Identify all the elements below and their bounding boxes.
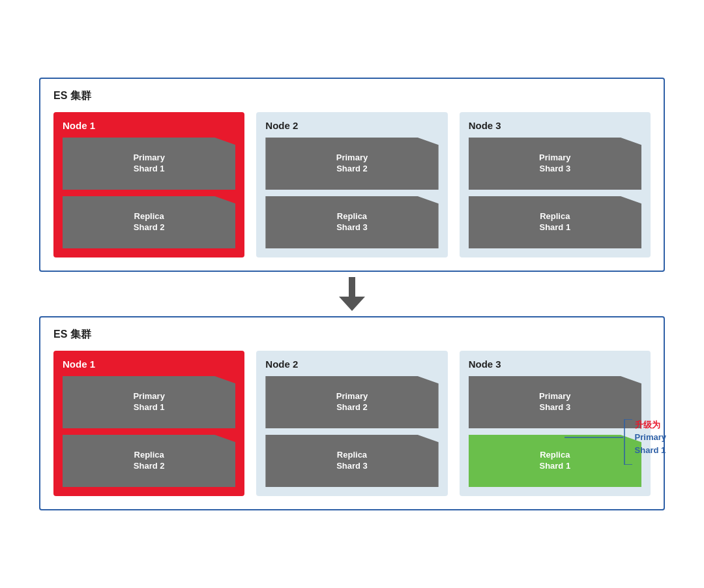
bot-node3-label: Node 3 [469, 359, 641, 370]
top-node3-label: Node 3 [469, 120, 641, 131]
top-node2-shards: PrimaryShard 2 ReplicaShard 3 [265, 138, 438, 248]
annotation-text: 升级为 Primary Shard 1 [635, 419, 666, 457]
bot-node1: Node 1 PrimaryShard 1 ReplicaShard 2 [53, 351, 244, 496]
bot-rs3: ReplicaShard 3 [265, 435, 438, 487]
top-rs1: ReplicaShard 1 [469, 196, 641, 248]
bot-node2: Node 2 PrimaryShard 2 ReplicaShard 3 [256, 351, 447, 496]
top-node2-label: Node 2 [265, 120, 438, 131]
top-cluster-label: ES 集群 [53, 89, 651, 103]
arrow-shape [339, 277, 365, 311]
arrow [339, 278, 365, 310]
top-node2: Node 2 PrimaryShard 2 ReplicaShard 3 [256, 112, 447, 257]
bot-ps2: PrimaryShard 2 [265, 376, 438, 428]
top-node3: Node 3 PrimaryShard 3 ReplicaShard 1 [460, 112, 651, 257]
arrow-head [339, 297, 365, 311]
arrow-shaft [349, 277, 355, 297]
bot-node1-shards: PrimaryShard 1 ReplicaShard 2 [63, 376, 235, 487]
bot-ps1: PrimaryShard 1 [63, 376, 235, 428]
top-cluster: ES 集群 Node 1 PrimaryShard 1 ReplicaShard… [39, 78, 665, 272]
annotation-h-line [565, 437, 623, 438]
bottom-cluster-label: ES 集群 [53, 328, 651, 342]
top-node3-shards: PrimaryShard 3 ReplicaShard 1 [469, 138, 641, 248]
bot-rs2: ReplicaShard 2 [63, 435, 235, 487]
bot-node1-label: Node 1 [63, 359, 235, 370]
top-node1-label: Node 1 [63, 120, 235, 131]
top-rs3: ReplicaShard 3 [265, 196, 438, 248]
annotation-group: 升级为 Primary Shard 1 [565, 410, 666, 465]
bottom-cluster: ES 集群 Node 1 PrimaryShard 1 ReplicaShard… [39, 316, 665, 510]
top-rs2: ReplicaShard 2 [63, 196, 235, 248]
top-ps1: PrimaryShard 1 [63, 138, 235, 190]
bot-node2-label: Node 2 [265, 359, 438, 370]
top-node1-shards: PrimaryShard 1 ReplicaShard 2 [63, 138, 235, 248]
top-ps2: PrimaryShard 2 [265, 138, 438, 190]
top-ps3: PrimaryShard 3 [469, 138, 641, 190]
top-nodes-row: Node 1 PrimaryShard 1 ReplicaShard 2 Nod… [53, 112, 651, 257]
bottom-nodes-row: Node 1 PrimaryShard 1 ReplicaShard 2 Nod… [53, 351, 651, 496]
diagram-container: ES 集群 Node 1 PrimaryShard 1 ReplicaShard… [26, 65, 678, 523]
bot-node2-shards: PrimaryShard 2 ReplicaShard 3 [265, 376, 438, 487]
top-node1: Node 1 PrimaryShard 1 ReplicaShard 2 [53, 112, 244, 257]
annotation-bracket [623, 419, 632, 465]
